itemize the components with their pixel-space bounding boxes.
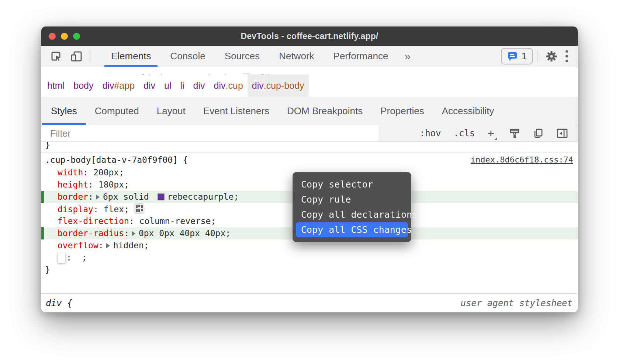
- breadcrumb-div-app[interactable]: div#app: [98, 74, 139, 97]
- elements-tree: ▼<li data-v-ccd60dc0>…</li>: [41, 67, 578, 74]
- ua-stylesheet-label: user agent stylesheet: [461, 298, 573, 308]
- stylesheet-source-link[interactable]: index.8d6c6f18.css:74: [471, 153, 573, 167]
- tab-properties[interactable]: Properties: [371, 97, 433, 125]
- zoom-window-button[interactable]: [73, 33, 80, 40]
- tab-performance[interactable]: Performance: [324, 46, 398, 67]
- sidebar-tabs: Styles Computed Layout Event Listeners D…: [41, 97, 578, 125]
- new-declaration-editor: : ;: [41, 252, 578, 264]
- rule-closing-brace: }: [41, 264, 578, 276]
- styles-pane: } .cup-body[data-v-7a0f9f00] { index.8d6…: [41, 142, 578, 293]
- rendering-emulation-brush-icon[interactable]: [509, 128, 520, 139]
- tab-accessibility[interactable]: Accessibility: [433, 97, 503, 125]
- tab-network[interactable]: Network: [269, 46, 324, 67]
- color-swatch[interactable]: [158, 193, 165, 200]
- issues-count: 1: [522, 50, 527, 62]
- inspect-element-button[interactable]: [46, 46, 66, 67]
- expand-shorthand-icon[interactable]: [106, 243, 110, 248]
- context-menu: Copy selector Copy rule Copy all declara…: [293, 172, 411, 242]
- settings-button[interactable]: [542, 50, 561, 62]
- panel-tabs: Elements Console Sources Network Perform…: [101, 46, 398, 67]
- minimize-window-button[interactable]: [61, 33, 68, 40]
- styles-pane-toolbar: Filter :hov .cls +: [41, 125, 578, 142]
- collapsed-content-ellipsis[interactable]: …: [242, 73, 250, 74]
- tab-dom-breakpoints[interactable]: DOM Breakpoints: [278, 97, 371, 125]
- breadcrumb-li[interactable]: li: [176, 74, 189, 97]
- tab-event-listeners[interactable]: Event Listeners: [194, 97, 278, 125]
- tab-layout[interactable]: Layout: [148, 97, 194, 125]
- breadcrumb-div-cup[interactable]: div.cup: [210, 74, 248, 97]
- copy-styles-icon[interactable]: [533, 128, 544, 139]
- issues-chat-icon: [507, 51, 518, 62]
- styles-toolbar-controls: :hov .cls +: [378, 125, 578, 141]
- expand-shorthand-icon[interactable]: [96, 195, 100, 200]
- menu-item-copy-all-declarations[interactable]: Copy all declarations: [293, 207, 411, 222]
- filter-placeholder: Filter: [50, 128, 71, 139]
- window-title: DevTools - coffee-cart.netlify.app/: [241, 31, 378, 41]
- device-toolbar-button[interactable]: [66, 46, 87, 67]
- menu-item-copy-rule[interactable]: Copy rule: [293, 192, 411, 207]
- customize-devtools-button[interactable]: [561, 50, 573, 62]
- breadcrumb-div-cup-body[interactable]: div.cup-body: [248, 74, 309, 97]
- tab-elements[interactable]: Elements: [101, 46, 160, 67]
- previous-rule-clipped: }: [41, 142, 578, 151]
- inspect-cursor-icon: [50, 50, 63, 63]
- tab-computed[interactable]: Computed: [86, 97, 148, 125]
- breadcrumb-html[interactable]: html: [43, 74, 69, 97]
- devtools-toolbar: Elements Console Sources Network Perform…: [41, 46, 578, 67]
- tab-sources[interactable]: Sources: [215, 46, 269, 67]
- expand-shorthand-icon[interactable]: [132, 231, 135, 236]
- close-window-button[interactable]: [49, 33, 56, 40]
- rule-selector[interactable]: .cup-body[data-v-7a0f9f00] {: [45, 153, 188, 167]
- styles-filter-input[interactable]: Filter: [41, 125, 378, 141]
- property-name-editor[interactable]: [58, 253, 66, 263]
- toolbar-right: 1: [501, 46, 578, 67]
- new-style-rule-button[interactable]: +: [487, 127, 497, 139]
- device-toolbar-icon: [70, 50, 83, 63]
- titlebar: DevTools - coffee-cart.netlify.app/: [41, 27, 578, 46]
- ua-rule-selector[interactable]: div {: [46, 298, 72, 308]
- user-agent-rule: div { user agent stylesheet: [41, 293, 578, 312]
- tree-node-li[interactable]: ▼<li data-v-ccd60dc0>…</li>: [97, 67, 277, 74]
- tab-console[interactable]: Console: [160, 46, 215, 67]
- breadcrumb-ul[interactable]: ul: [160, 74, 176, 97]
- menu-item-copy-selector[interactable]: Copy selector: [293, 177, 411, 192]
- devtools-window: DevTools - coffee-cart.netlify.app/ Elem…: [41, 27, 578, 312]
- menu-item-copy-all-css-changes[interactable]: Copy all CSS changes: [296, 222, 408, 237]
- toggle-element-classes-button[interactable]: .cls: [454, 128, 475, 139]
- toggle-hover-state-button[interactable]: :hov: [420, 128, 441, 139]
- tab-styles[interactable]: Styles: [42, 97, 86, 125]
- more-tabs-button[interactable]: »: [398, 46, 417, 67]
- breadcrumb-div[interactable]: div: [139, 74, 160, 97]
- toolbar-divider: [90, 50, 90, 62]
- breadcrumb-body[interactable]: body: [69, 74, 98, 97]
- dock-sidebar-icon[interactable]: [556, 128, 568, 139]
- gear-icon: [546, 50, 557, 62]
- issues-button[interactable]: 1: [501, 48, 533, 64]
- breadcrumb-div-2[interactable]: div: [189, 74, 210, 97]
- window-controls: [49, 27, 80, 46]
- toolbar-divider: [537, 50, 537, 62]
- breadcrumb: html body div#app div ul li div div.cup …: [41, 74, 578, 97]
